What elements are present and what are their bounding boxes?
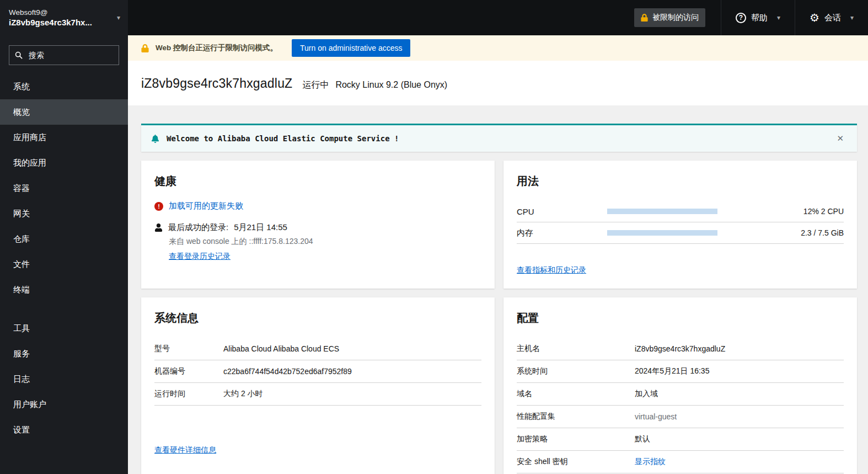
- configuration-card: 配置 主机名 iZ8vb9gse4rc3k7hxgadluZ 系统时间 2024…: [503, 297, 857, 474]
- chevron-down-icon: ▾: [117, 14, 120, 22]
- crypto-policy-value: 默认: [635, 434, 650, 444]
- help-menu[interactable]: ? 帮助 ▾: [721, 0, 795, 35]
- model-row: 型号 Alibaba Cloud Alibaba Cloud ECS: [154, 338, 481, 360]
- motd-alert: Welcome to Alibaba Cloud Elastic Compute…: [141, 124, 857, 152]
- sidebar-item-myapps[interactable]: 我的应用: [0, 150, 128, 175]
- sidebar-item-settings[interactable]: 设置: [0, 417, 128, 443]
- error-icon: !: [154, 202, 163, 211]
- configuration-title: 配置: [517, 311, 844, 326]
- brand-hostname: iZ8vb9gse4rc3k7hx...: [9, 18, 112, 27]
- hostname-label: 主机名: [517, 344, 635, 354]
- masthead-actions: 被限制的访问 ? 帮助 ▾ ⚙ 会话 ▾: [634, 0, 868, 35]
- last-login-row: 最后成功的登录: 5月21日 14:55: [154, 222, 481, 233]
- hostname-row: 主机名 iZ8vb9gse4rc3k7hxgadluZ: [517, 338, 844, 360]
- cpu-value: 12% 2 CPU: [717, 207, 844, 216]
- system-time-row: 系统时间 2024年5月21日 16:35: [517, 360, 844, 383]
- close-icon[interactable]: ✕: [833, 132, 847, 145]
- page-title: iZ8vb9gse4rc3k7hxgadluZ: [141, 76, 292, 91]
- help-label: 帮助: [751, 13, 768, 23]
- sidebar-item-containers[interactable]: 容器: [0, 175, 128, 201]
- sidebar-item-files[interactable]: 文件: [0, 252, 128, 277]
- join-domain-value[interactable]: 加入域: [635, 389, 658, 399]
- brand-user: Websoft9@: [9, 8, 112, 17]
- machine-id-value: c22ba6f744f54d42b752ed6af7952f89: [223, 367, 352, 376]
- sidebar-item-accounts[interactable]: 用户账户: [0, 392, 128, 417]
- machine-id-label: 机器编号: [154, 366, 223, 376]
- host-state: 运行中: [302, 79, 329, 91]
- gear-icon: ⚙: [810, 12, 819, 23]
- system-info-title: 系统信息: [154, 311, 481, 326]
- system-info-card: 系统信息 型号 Alibaba Cloud Alibaba Cloud ECS …: [141, 297, 495, 474]
- last-login-from: 来自 web console 上的 ::ffff:175.8.123.204: [169, 237, 481, 247]
- updates-error-link[interactable]: 加载可用的更新失败: [169, 201, 243, 211]
- motd-message: Welcome to Alibaba Cloud Elastic Compute…: [167, 134, 826, 143]
- metrics-history-link[interactable]: 查看指标和历史记录: [517, 251, 844, 275]
- restricted-mode-message: Web 控制台正运行于限制访问模式。: [156, 43, 277, 53]
- lock-icon: [141, 44, 149, 52]
- search-input[interactable]: [28, 50, 113, 60]
- sidebar-item-appstore[interactable]: 应用商店: [0, 125, 128, 150]
- page-header: iZ8vb9gse4rc3k7hxgadluZ 运行中 Rocky Linux …: [128, 61, 868, 105]
- crypto-policy-row: 加密策略 默认: [517, 428, 844, 451]
- host-switcher-labels: Websoft9@ iZ8vb9gse4rc3k7hx...: [9, 8, 112, 27]
- last-login-time: 5月21日 14:55: [234, 222, 287, 233]
- help-icon: ?: [736, 13, 746, 23]
- main-content: Web 控制台正运行于限制访问模式。 Turn on administrativ…: [128, 35, 868, 474]
- cpu-progress-bar: [607, 209, 717, 214]
- memory-progress-bar: [607, 230, 717, 236]
- sidebar-item-services[interactable]: 服务: [0, 341, 128, 366]
- chevron-down-icon: ▾: [850, 14, 854, 22]
- crypto-policy-label: 加密策略: [517, 434, 635, 444]
- cards-grid: 健康 ! 加载可用的更新失败 最后成功的登录: 5月21日 14:: [141, 161, 857, 474]
- model-label: 型号: [154, 344, 223, 354]
- user-icon: [154, 223, 163, 232]
- session-menu[interactable]: ⚙ 会话 ▾: [795, 0, 868, 35]
- show-fingerprints-link[interactable]: 显示指纹: [635, 457, 666, 467]
- sidebar: 系统 概览 应用商店 我的应用 容器 网关 仓库 文件 终端 工具 服务 日志 …: [0, 35, 128, 474]
- domain-row: 域名 加入域: [517, 383, 844, 406]
- uptime-value: 大约 2 小时: [223, 389, 263, 399]
- system-time-label: 系统时间: [517, 366, 635, 376]
- machine-id-row: 机器编号 c22ba6f744f54d42b752ed6af7952f89: [154, 360, 481, 383]
- uptime-label: 运行时间: [154, 389, 223, 399]
- restricted-access-button[interactable]: 被限制的访问: [634, 8, 705, 27]
- model-value: Alibaba Cloud Alibaba Cloud ECS: [223, 344, 339, 353]
- masthead: Websoft9@ iZ8vb9gse4rc3k7hx... ▾ 被限制的访问 …: [0, 0, 868, 35]
- memory-label: 内存: [517, 228, 607, 238]
- memory-usage-row: 内存 2.3 / 7.5 GiB: [517, 222, 844, 244]
- host-os: Rocky Linux 9.2 (Blue Onyx): [335, 80, 447, 90]
- sidebar-item-logs[interactable]: 日志: [0, 366, 128, 392]
- health-card-title: 健康: [154, 174, 481, 189]
- tuned-profile-row: 性能配置集 virtual-guest: [517, 406, 844, 428]
- restricted-mode-banner: Web 控制台正运行于限制访问模式。 Turn on administrativ…: [128, 35, 868, 61]
- ssh-keys-row: 安全 shell 密钥 显示指纹: [517, 451, 844, 473]
- usage-card: 用法 CPU 12% 2 CPU 内存 2.3 / 7.5 GiB 查看指标和历…: [503, 161, 857, 289]
- tuned-profile-value[interactable]: virtual-guest: [635, 412, 677, 421]
- sidebar-search[interactable]: [9, 45, 119, 65]
- usage-card-title: 用法: [517, 174, 844, 189]
- restricted-access-label: 被限制的访问: [652, 13, 699, 23]
- last-login-label: 最后成功的登录:: [168, 222, 228, 233]
- system-time-value: 2024年5月21日 16:35: [635, 366, 709, 376]
- sidebar-item-repository[interactable]: 仓库: [0, 226, 128, 252]
- sidebar-item-gateway[interactable]: 网关: [0, 201, 128, 226]
- chevron-down-icon: ▾: [777, 14, 780, 22]
- bell-icon: [151, 135, 159, 143]
- session-label: 会话: [824, 13, 841, 23]
- tuned-profile-label: 性能配置集: [517, 412, 635, 422]
- health-card: 健康 ! 加载可用的更新失败 最后成功的登录: 5月21日 14:: [141, 161, 495, 289]
- host-switcher[interactable]: Websoft9@ iZ8vb9gse4rc3k7hx... ▾: [0, 0, 128, 35]
- last-login-block: 最后成功的登录: 5月21日 14:55 来自 web console 上的 :…: [154, 222, 481, 262]
- uptime-row: 运行时间 大约 2 小时: [154, 383, 481, 406]
- sidebar-item-system[interactable]: 系统: [0, 74, 128, 99]
- overview-content: Welcome to Alibaba Cloud Elastic Compute…: [128, 105, 868, 474]
- login-history-link[interactable]: 查看登录历史记录: [169, 252, 231, 260]
- cpu-usage-row: CPU 12% 2 CPU: [517, 201, 844, 222]
- ssh-keys-label: 安全 shell 密钥: [517, 457, 635, 467]
- admin-access-button[interactable]: Turn on administrative access: [292, 39, 410, 57]
- sidebar-item-terminal[interactable]: 终端: [0, 277, 128, 302]
- sidebar-item-overview[interactable]: 概览: [0, 99, 128, 125]
- hardware-details-link[interactable]: 查看硬件详细信息: [154, 445, 481, 455]
- domain-label: 域名: [517, 389, 635, 399]
- sidebar-nav: 系统 概览 应用商店 我的应用 容器 网关 仓库 文件 终端 工具 服务 日志 …: [0, 74, 128, 443]
